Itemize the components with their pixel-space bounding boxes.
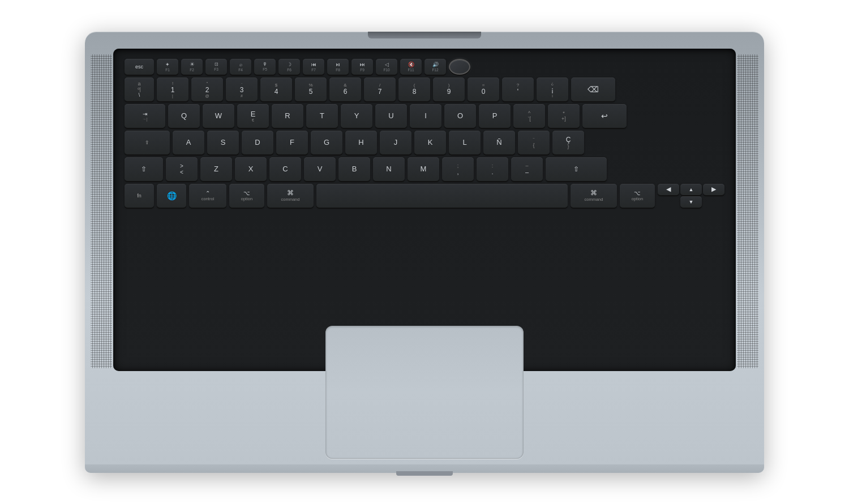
key-f2[interactable]: ☀ F2 bbox=[181, 59, 203, 75]
key-f9[interactable]: ⏭ F9 bbox=[351, 59, 373, 75]
key-fn-bottom[interactable]: fn bbox=[125, 184, 154, 208]
key-f6[interactable]: ☽ F6 bbox=[278, 59, 300, 75]
key-o[interactable]: O bbox=[444, 104, 476, 128]
key-f11[interactable]: 🔇 F11 bbox=[400, 59, 422, 75]
key-f7[interactable]: ⏮ F7 bbox=[303, 59, 324, 75]
key-arrow-down[interactable]: ▼ bbox=[680, 196, 702, 208]
key-l[interactable]: L bbox=[449, 131, 481, 154]
key-arrow-right[interactable]: ▶ bbox=[703, 184, 724, 195]
key-u[interactable]: U bbox=[375, 104, 407, 128]
function-key-row: esc ✦ F1 ☀ F2 ⊡ F3 bbox=[125, 59, 724, 75]
key-f[interactable]: F bbox=[276, 131, 308, 154]
key-h[interactable]: H bbox=[345, 131, 377, 154]
bottom-hinge bbox=[396, 471, 453, 476]
key-n[interactable]: N bbox=[373, 157, 405, 181]
key-y[interactable]: Y bbox=[341, 104, 372, 128]
key-umlaut[interactable]: ¨ { bbox=[518, 131, 550, 154]
key-backspace[interactable]: ⌫ bbox=[571, 77, 615, 101]
key-f1[interactable]: ✦ F1 bbox=[157, 59, 178, 75]
key-q[interactable]: Q bbox=[168, 104, 200, 128]
key-f12[interactable]: 🔊 F12 bbox=[424, 59, 446, 75]
key-comma[interactable]: ; , bbox=[442, 157, 474, 181]
key-s[interactable]: S bbox=[207, 131, 239, 154]
key-p[interactable]: P bbox=[479, 104, 511, 128]
zxcv-key-row: ⇧ > < Z X C V B N M ; , bbox=[125, 157, 724, 181]
key-arrow-up[interactable]: ▲ bbox=[680, 184, 702, 195]
key-f3[interactable]: ⊡ F3 bbox=[205, 59, 227, 75]
key-angle-bracket[interactable]: > < bbox=[166, 157, 198, 181]
key-z[interactable]: Z bbox=[200, 157, 232, 181]
key-period[interactable]: : . bbox=[477, 157, 508, 181]
keyboard-area: esc ✦ F1 ☀ F2 ⊡ F3 bbox=[113, 49, 736, 371]
laptop-container: esc ✦ F1 ☀ F2 ⊡ F3 bbox=[0, 0, 849, 504]
bottom-key-row: fn 🌐 ⌃ control ⌥ option ⌘ c bbox=[125, 184, 724, 208]
key-caps-lock[interactable]: ⇪ bbox=[125, 131, 170, 154]
key-8[interactable]: ( 8 bbox=[398, 77, 430, 101]
trackpad[interactable] bbox=[325, 326, 524, 459]
key-g[interactable]: G bbox=[311, 131, 342, 154]
key-3[interactable]: · 3 # bbox=[226, 77, 258, 101]
key-cedilla[interactable]: Ç } bbox=[552, 131, 584, 154]
key-f8[interactable]: ⏯ F8 bbox=[327, 59, 349, 75]
key-arrow-left[interactable]: ◀ bbox=[658, 184, 679, 195]
qwerty-key-row: ⇥ →| Q W E € R T Y U I O P bbox=[125, 104, 724, 128]
key-t[interactable]: T bbox=[306, 104, 338, 128]
key-option-right[interactable]: ⌥ option bbox=[620, 184, 655, 208]
key-spacebar[interactable] bbox=[316, 184, 568, 208]
laptop-body: esc ✦ F1 ☀ F2 ⊡ F3 bbox=[85, 32, 764, 473]
key-tilde[interactable]: a º| \ bbox=[125, 77, 154, 101]
key-9[interactable]: ) 9 bbox=[433, 77, 465, 101]
key-globe[interactable]: 🌐 bbox=[157, 184, 186, 208]
asdf-key-row: ⇪ A S D F G H J K L Ñ ¨ { bbox=[125, 131, 724, 154]
key-bracket-l[interactable]: ^ `[ bbox=[513, 104, 545, 128]
key-command-left[interactable]: ⌘ command bbox=[267, 184, 314, 208]
key-i[interactable]: I bbox=[410, 104, 441, 128]
key-control[interactable]: ⌃ control bbox=[189, 184, 226, 208]
key-f4[interactable]: ⌕ F4 bbox=[230, 59, 251, 75]
key-f10[interactable]: ◁ F10 bbox=[376, 59, 397, 75]
key-7[interactable]: / 7 bbox=[364, 77, 396, 101]
key-j[interactable]: J bbox=[380, 131, 411, 154]
key-x[interactable]: X bbox=[235, 157, 267, 181]
number-key-row: a º| \ ! 1 | " 2 @ · bbox=[125, 77, 724, 101]
key-apostrophe[interactable]: ? ' bbox=[502, 77, 534, 101]
speaker-left bbox=[91, 54, 112, 368]
key-esc[interactable]: esc bbox=[125, 59, 154, 75]
key-a[interactable]: A bbox=[173, 131, 204, 154]
key-f5[interactable]: 🎙 F5 bbox=[254, 59, 276, 75]
key-dash[interactable]: – – bbox=[511, 157, 543, 181]
key-enter[interactable]: ↩ bbox=[582, 104, 627, 128]
key-bracket-r[interactable]: * +] bbox=[548, 104, 580, 128]
key-tab[interactable]: ⇥ →| bbox=[125, 104, 165, 128]
key-e[interactable]: E € bbox=[237, 104, 269, 128]
key-1[interactable]: ! 1 | bbox=[157, 77, 188, 101]
key-command-right[interactable]: ⌘ command bbox=[571, 184, 617, 208]
key-option-left[interactable]: ⌥ option bbox=[229, 184, 264, 208]
hinge-area bbox=[368, 32, 481, 38]
key-5[interactable]: % 5 bbox=[295, 77, 327, 101]
key-6[interactable]: & 6 bbox=[329, 77, 361, 101]
speaker-right bbox=[737, 54, 758, 368]
key-shift-left[interactable]: ⇧ bbox=[125, 157, 163, 181]
key-c[interactable]: C bbox=[269, 157, 301, 181]
key-k[interactable]: K bbox=[414, 131, 446, 154]
key-m[interactable]: M bbox=[408, 157, 439, 181]
key-power[interactable] bbox=[449, 59, 470, 75]
key-w[interactable]: W bbox=[203, 104, 234, 128]
key-r[interactable]: R bbox=[272, 104, 303, 128]
key-4[interactable]: $ 4 bbox=[260, 77, 292, 101]
key-b[interactable]: B bbox=[338, 157, 370, 181]
key-d[interactable]: D bbox=[242, 131, 273, 154]
key-0[interactable]: = 0 bbox=[468, 77, 499, 101]
key-exclaim[interactable]: ¿ ¡ i bbox=[537, 77, 568, 101]
key-v[interactable]: V bbox=[304, 157, 336, 181]
arrow-key-cluster: ◀ ▲ ▼ ▶ bbox=[658, 184, 724, 208]
key-shift-right[interactable]: ⇧ bbox=[546, 157, 607, 181]
keyboard: esc ✦ F1 ☀ F2 ⊡ F3 bbox=[125, 59, 724, 362]
key-2[interactable]: " 2 @ bbox=[191, 77, 223, 101]
key-n-tilde[interactable]: Ñ bbox=[483, 131, 515, 154]
